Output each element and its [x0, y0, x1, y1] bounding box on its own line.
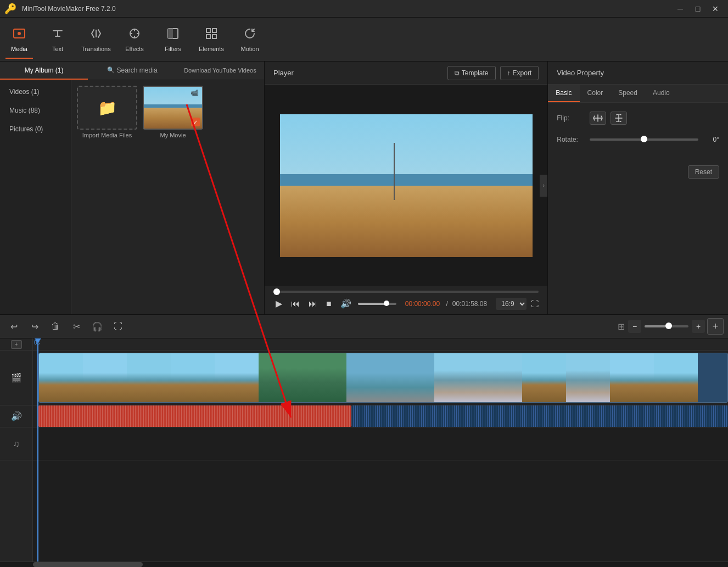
add-clip-button[interactable]: +: [11, 340, 22, 349]
audio-track-icon: 🔊: [11, 411, 22, 421]
add-track-button[interactable]: +: [707, 318, 724, 335]
zoom-out-button[interactable]: −: [628, 320, 641, 333]
flip-controls: [590, 112, 719, 125]
cut-button[interactable]: ✂: [67, 318, 86, 335]
flip-vertical-button[interactable]: [611, 112, 627, 125]
toolbar-motion[interactable]: Motion: [231, 20, 269, 59]
toolbar-text[interactable]: Text: [38, 20, 77, 59]
rotate-value: 0°: [703, 136, 719, 143]
import-thumb: 📁: [77, 86, 137, 130]
stop-button[interactable]: ■: [324, 298, 334, 310]
tab-speed[interactable]: Speed: [611, 85, 645, 102]
undo-button[interactable]: ↩: [4, 318, 23, 335]
import-media-item[interactable]: 📁 Import Media Files: [77, 86, 137, 138]
video-preview: [280, 114, 533, 257]
rotate-slider[interactable]: [590, 138, 698, 141]
redo-button[interactable]: ↪: [25, 318, 44, 335]
template-icon: ⧉: [455, 69, 460, 77]
zoom-controls: ⊞ − +: [618, 320, 705, 333]
playhead-triangle: [35, 338, 41, 343]
toolbar-media[interactable]: Media: [0, 20, 38, 59]
maximize-button[interactable]: □: [690, 3, 706, 15]
import-label: Import Media Files: [82, 132, 132, 138]
time-separator: /: [444, 300, 448, 308]
main-layout: Media Text Transitions: [0, 18, 728, 567]
frame-9: [390, 353, 434, 402]
left-panel: My Album (1) 🔍 Search media Download You…: [0, 62, 265, 314]
skip-forward-button[interactable]: ⏭: [306, 298, 320, 310]
total-time: 00:01:58.08: [452, 300, 487, 308]
aspect-ratio-select[interactable]: 16:9 9:16 1:1: [496, 298, 527, 310]
player-title: Player: [273, 69, 294, 77]
toolbar-effects[interactable]: Effects: [115, 20, 154, 59]
timeline-scrollbar[interactable]: [0, 562, 728, 567]
folder-icon: 📁: [98, 99, 117, 117]
left-content: Videos (1) Music (88) Pictures (0) 📁: [0, 80, 264, 314]
close-button[interactable]: ✕: [707, 3, 724, 15]
preview-mast: [394, 143, 395, 200]
title-bar: 🔑 MiniTool MovieMaker Free 7.2.0 ─ □ ✕: [0, 0, 728, 18]
export-button[interactable]: ↑ Export: [500, 66, 539, 80]
effects-label: Effects: [125, 46, 143, 52]
flip-row: Flip:: [557, 112, 719, 125]
audio-waveform-2: [351, 405, 728, 427]
playback-timeline[interactable]: [273, 291, 539, 293]
delete-button[interactable]: 🗑: [46, 318, 65, 335]
audio-clip-2[interactable]: [351, 405, 728, 427]
flip-horizontal-button[interactable]: [590, 112, 606, 125]
volume-thumb: [384, 301, 389, 306]
video-clip[interactable]: [38, 353, 728, 403]
transitions-icon: [89, 27, 103, 43]
audio-extract-button[interactable]: 🎧: [88, 318, 107, 335]
crop-button[interactable]: ⛶: [109, 318, 127, 335]
sidebar-item-videos[interactable]: Videos (1): [0, 82, 71, 101]
timeline-content: + 🎬 🔊 ♫ 0s: [0, 338, 728, 562]
player-header: Player ⧉ Template ↑ Export: [265, 62, 547, 85]
zoom-in-button[interactable]: +: [692, 320, 705, 333]
tab-basic[interactable]: Basic: [548, 85, 579, 102]
search-icon: 🔍: [107, 66, 115, 74]
my-movie-item[interactable]: 📹 ✓ My Movie: [143, 86, 203, 138]
zoom-icon: ⊞: [618, 321, 625, 332]
center-panel: Player ⧉ Template ↑ Export: [265, 62, 548, 314]
timeline-ruler: 0s: [33, 338, 728, 351]
volume-slider[interactable]: [358, 303, 396, 305]
nav-download[interactable]: Download YouTube Videos: [176, 62, 264, 80]
minimize-button[interactable]: ─: [672, 3, 688, 15]
rotate-controls: 0°: [590, 136, 719, 143]
sidebar-item-pictures[interactable]: Pictures (0): [0, 120, 71, 138]
sidebar-item-music[interactable]: Music (88): [0, 101, 71, 120]
flip-label: Flip:: [557, 114, 590, 122]
skip-back-button[interactable]: ⏮: [289, 298, 302, 310]
bottom-toolbar: ↩ ↪ 🗑 ✂ 🎧 ⛶ ⊞ − + +: [0, 314, 728, 338]
ruler-label: +: [0, 338, 32, 351]
nav-my-album[interactable]: My Album (1): [0, 62, 88, 80]
media-icon: [13, 27, 26, 43]
right-panel-header: Video Property: [548, 62, 728, 85]
audio-clip[interactable]: [38, 405, 351, 427]
template-button[interactable]: ⧉ Template: [447, 66, 496, 80]
toolbar-transitions[interactable]: Transitions: [77, 20, 115, 59]
nav-search-media[interactable]: 🔍 Search media: [88, 62, 176, 80]
toolbar-filters[interactable]: Filters: [154, 20, 192, 59]
play-button[interactable]: ▶: [273, 297, 284, 310]
svg-rect-7: [212, 29, 216, 32]
tab-color[interactable]: Color: [580, 85, 611, 102]
reset-button[interactable]: Reset: [688, 165, 719, 179]
toolbar-elements[interactable]: Elements: [192, 20, 231, 59]
svg-rect-9: [212, 35, 216, 38]
volume-button[interactable]: 🔊: [338, 297, 354, 310]
rotate-row: Rotate: 0°: [557, 136, 719, 143]
fullscreen-button[interactable]: ⛶: [531, 299, 539, 308]
timeline-tracks: 0s: [33, 338, 728, 562]
filters-icon: [166, 27, 180, 43]
track-labels: + 🎬 🔊 ♫: [0, 338, 33, 562]
zoom-slider[interactable]: [645, 325, 688, 327]
media-label: Media: [11, 46, 27, 52]
preview-buildings: [280, 186, 533, 257]
tab-audio[interactable]: Audio: [645, 85, 677, 102]
left-panel-nav: My Album (1) 🔍 Search media Download You…: [0, 62, 264, 80]
video-track-row: [33, 351, 728, 405]
expand-panel-button[interactable]: ›: [540, 175, 547, 197]
scrollbar-thumb[interactable]: [33, 562, 143, 567]
